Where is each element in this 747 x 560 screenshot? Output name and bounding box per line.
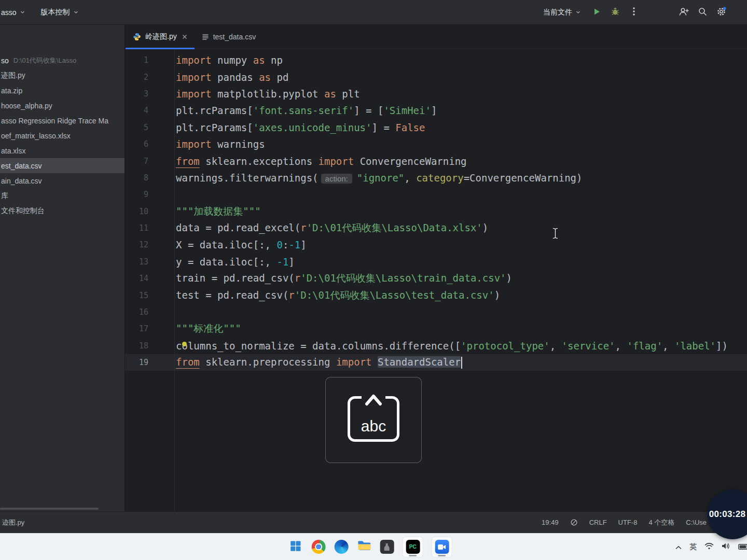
project-tree-item-label: ata.zip xyxy=(1,87,22,95)
more-actions-button[interactable] xyxy=(626,4,642,21)
windows-taskbar: PC 英 xyxy=(0,533,747,560)
file-explorer-taskbar-button[interactable] xyxy=(357,540,371,554)
code-line[interactable]: 13y = data.iloc[:, -1] xyxy=(125,254,747,270)
line-number: 19 xyxy=(125,358,174,367)
code-line-text: """加载数据集""" xyxy=(174,205,261,218)
settings-button[interactable] xyxy=(713,4,729,21)
code-line[interactable]: 18columns_to_normalize = data.columns.di… xyxy=(125,338,747,354)
code-line[interactable]: 10"""加载数据集""" xyxy=(125,203,747,220)
run-icon xyxy=(593,8,601,17)
code-line[interactable]: 15test = pd.read_csv(r'D:\01代码收集\Lasso\t… xyxy=(125,287,747,303)
run-configuration-widget[interactable]: 当前文件 xyxy=(543,8,581,17)
status-encoding[interactable]: UTF-8 xyxy=(618,519,638,526)
code-with-me-button[interactable] xyxy=(675,4,692,21)
tab-label: 岭迹图.py xyxy=(145,32,177,41)
project-root-path: D:\01代码收集\Lasso xyxy=(13,56,76,65)
project-tree-item[interactable]: 迹图.py xyxy=(0,68,125,83)
code-line[interactable]: 9 xyxy=(125,186,747,203)
project-tree-item-label: hoose_alpha.py xyxy=(1,102,52,110)
search-everywhere-button[interactable] xyxy=(694,4,711,21)
project-tree-item[interactable]: ata.xlsx xyxy=(0,143,125,158)
status-indent[interactable]: 4 个空格 xyxy=(648,518,674,527)
code-line[interactable]: 11data = pd.read_excel(r'D:\01代码收集\Lasso… xyxy=(125,220,747,236)
project-tree-item[interactable]: 库 xyxy=(0,188,125,203)
chevron-down-icon xyxy=(575,8,581,17)
kebab-menu-icon xyxy=(633,7,635,17)
project-tree-item-label: 文件和控制台 xyxy=(1,206,45,216)
recorder-taskbar-button[interactable] xyxy=(432,537,452,557)
code-line[interactable]: 1import numpy as np xyxy=(125,52,747,68)
code-line-text: from sklearn.preprocessing import Standa… xyxy=(174,356,462,369)
wifi-icon[interactable] xyxy=(704,542,714,551)
project-tree-item[interactable]: asso Regression Ridge Trace Ma xyxy=(0,113,125,128)
project-tree-item[interactable]: oef_matrix_lasso.xlsx xyxy=(0,128,125,143)
project-widget[interactable]: asso xyxy=(1,8,25,17)
chrome-icon xyxy=(311,540,325,554)
project-tree-item-label: 迹图.py xyxy=(1,71,25,80)
code-line-text: train = pd.read_csv(r'D:\01代码收集\Lasso\tr… xyxy=(174,272,512,285)
unknown-app-taskbar-button[interactable] xyxy=(380,540,394,554)
battery-icon[interactable] xyxy=(738,543,747,551)
line-number: 13 xyxy=(125,257,174,267)
tab-close-icon[interactable] xyxy=(182,34,187,39)
code-line[interactable]: 3import matplotlib.pyplot as plt xyxy=(125,86,747,102)
project-tree-item[interactable]: ain_data.csv xyxy=(0,173,125,188)
line-number: 2 xyxy=(125,73,174,82)
code-line-text: import pandas as pd xyxy=(174,72,288,83)
code-line[interactable]: 8warnings.filterwarnings(action:"ignore"… xyxy=(125,170,747,186)
debug-button[interactable] xyxy=(607,4,624,21)
status-file-label[interactable]: 迹图.py xyxy=(2,518,24,527)
line-number: 9 xyxy=(125,190,174,199)
editor-tab[interactable]: test_data.csv xyxy=(195,25,264,49)
project-panel: soD:\01代码收集\Lasso迹图.pyata.ziphoose_alpha… xyxy=(0,25,125,511)
start-button[interactable] xyxy=(288,540,303,554)
code-line[interactable]: 5plt.rcParams['axes.unicode_minus'] = Fa… xyxy=(125,119,747,136)
python-file-icon xyxy=(133,33,141,41)
gear-icon xyxy=(716,7,726,18)
pycharm-taskbar-button[interactable]: PC xyxy=(403,537,423,557)
project-tree-item[interactable]: ata.zip xyxy=(0,83,125,98)
vcs-widget[interactable]: 版本控制 xyxy=(41,8,79,17)
ime-caps-indicator-overlay: abc xyxy=(325,377,422,463)
line-number: 12 xyxy=(125,240,174,249)
code-line-text: test = pd.read_csv(r'D:\01代码收集\Lasso\tes… xyxy=(174,289,500,302)
project-tree-item[interactable]: est_data.csv xyxy=(0,158,125,173)
code-line[interactable]: 16 xyxy=(125,304,747,320)
status-cursor-position[interactable]: 19:49 xyxy=(542,519,559,526)
code-line-text: import warnings xyxy=(174,138,265,150)
dark-app-icon xyxy=(380,540,394,554)
code-line[interactable]: 17"""标准化""" xyxy=(125,320,747,337)
folder-icon xyxy=(357,540,371,554)
project-file-tree: soD:\01代码收集\Lasso迹图.pyata.ziphoose_alpha… xyxy=(0,25,125,218)
chrome-taskbar-button[interactable] xyxy=(311,540,326,554)
code-line[interactable]: 19from sklearn.preprocessing import Stan… xyxy=(125,354,747,371)
project-tree-item[interactable]: 文件和控制台 xyxy=(0,203,125,218)
search-icon xyxy=(698,7,707,18)
project-root-name: so xyxy=(1,57,9,65)
status-interpreter[interactable]: C:\Use xyxy=(686,519,707,526)
code-line[interactable]: 6import warnings xyxy=(125,136,747,152)
code-line[interactable]: 12X = data.iloc[:, 0:-1] xyxy=(125,236,747,253)
tray-expand-chevron-icon[interactable] xyxy=(675,543,682,551)
code-editor[interactable]: 1import numpy as np2import pandas as pd3… xyxy=(125,49,747,511)
volume-icon[interactable] xyxy=(722,542,730,551)
csv-file-icon xyxy=(202,33,209,41)
project-tree-item[interactable]: hoose_alpha.py xyxy=(0,98,125,113)
code-line[interactable]: 4plt.rcParams['font.sans-serif'] = ['Sim… xyxy=(125,102,747,119)
horizontal-scrollbar[interactable] xyxy=(0,508,99,510)
project-root-item[interactable]: soD:\01代码收集\Lasso xyxy=(0,53,125,68)
inspections-off-icon[interactable] xyxy=(570,519,578,526)
code-line-text: data = pd.read_excel(r'D:\01代码收集\Lasso\D… xyxy=(174,221,488,235)
status-line-ending[interactable]: CRLF xyxy=(589,519,607,526)
ime-language-indicator[interactable]: 英 xyxy=(689,542,697,552)
editor-tab[interactable]: 岭迹图.py xyxy=(126,25,195,49)
edge-taskbar-button[interactable] xyxy=(334,540,349,554)
code-line[interactable]: 7from sklearn.exceptions import Converge… xyxy=(125,152,747,169)
run-button[interactable] xyxy=(588,4,605,21)
editor-tab-bar: 岭迹图.pytest_data.csv xyxy=(125,25,747,49)
code-line[interactable]: 14train = pd.read_csv(r'D:\01代码收集\Lasso\… xyxy=(125,270,747,287)
chevron-down-icon xyxy=(20,8,25,17)
project-tree-item-label: asso Regression Ridge Trace Ma xyxy=(1,117,108,125)
code-line-text: plt.rcParams['font.sans-serif'] = ['SimH… xyxy=(174,105,437,116)
code-line[interactable]: 2import pandas as pd xyxy=(125,68,747,85)
